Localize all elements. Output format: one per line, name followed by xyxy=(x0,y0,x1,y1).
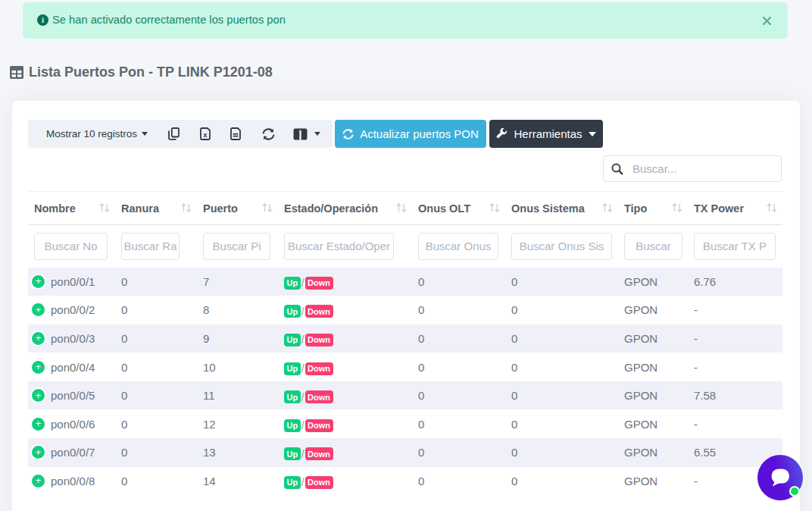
svg-text:x: x xyxy=(203,130,208,139)
svg-text:i: i xyxy=(42,15,44,24)
